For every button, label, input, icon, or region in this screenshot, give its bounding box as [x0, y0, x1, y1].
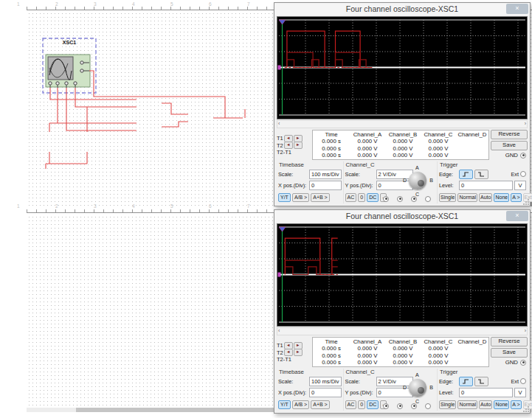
dc-coupling-button[interactable]: DC — [367, 193, 379, 202]
aplusb-mode-button[interactable]: A+B > — [311, 400, 329, 409]
timebase-scale-label: Scale: — [278, 378, 308, 385]
ac-coupling-button[interactable]: AC — [345, 400, 357, 409]
save-button[interactable]: Save — [491, 141, 528, 150]
ruler-number: 7 — [247, 1, 250, 7]
ext-trigger-radio[interactable] — [520, 171, 526, 177]
gnd-radio[interactable] — [520, 360, 526, 366]
column-header: Channel_B — [385, 338, 421, 345]
trigger-group: Trigger Edge: Ext Level: 0 V Single Norm… — [437, 369, 528, 411]
trigger-single-button[interactable]: Single — [439, 193, 456, 202]
zero-coupling-button[interactable]: 0 — [358, 400, 365, 409]
channel-c-indicator[interactable] — [411, 403, 417, 409]
trigger-a-button[interactable]: A > — [511, 400, 521, 409]
timebase-xpos-label: X pos.(Div): — [278, 389, 308, 396]
close-icon[interactable]: × — [506, 4, 528, 14]
trigger-normal-button[interactable]: Normal — [457, 193, 477, 202]
schematic-label: XSC1 — [63, 40, 76, 45]
cursor-marker-icon — [278, 66, 281, 70]
trigger-title: Trigger — [440, 369, 526, 375]
rising-edge-button[interactable] — [459, 170, 473, 179]
gnd-radio[interactable] — [520, 153, 526, 159]
trigger-level-input[interactable]: 0 — [459, 181, 513, 190]
reverse-button[interactable]: Reverse — [491, 130, 528, 139]
t2-right-button[interactable]: ► — [294, 142, 303, 149]
trigger-auto-button[interactable]: Auto — [479, 400, 492, 409]
oscilloscope-window: Four channel oscilloscope-XSC1 × ‹ › T1 … — [274, 2, 531, 206]
rising-edge-icon — [462, 171, 470, 178]
close-icon[interactable]: × — [506, 211, 528, 221]
cursor-delta-label: T2-T1 — [277, 356, 291, 363]
falling-edge-button[interactable] — [474, 377, 488, 386]
rising-edge-button[interactable] — [459, 377, 473, 386]
scroll-left-icon[interactable]: ‹ — [278, 328, 280, 334]
window-title: Four channel oscilloscope-XSC1 — [346, 4, 458, 13]
column-header: Channel_D — [456, 338, 488, 345]
scroll-left-icon[interactable]: ‹ — [278, 121, 280, 127]
scope-terminal — [65, 82, 68, 85]
channel-a-indicator[interactable] — [383, 196, 389, 202]
trigger-auto-button[interactable]: Auto — [479, 193, 492, 202]
readout-cell: 0.000 V — [350, 359, 385, 366]
trigger-a-button[interactable]: A > — [511, 193, 521, 202]
t1-left-button[interactable]: ◄ — [284, 342, 293, 349]
ruler-number: 1 — [17, 1, 20, 7]
trigger-single-button[interactable]: Single — [439, 400, 456, 409]
channel-c-indicator[interactable] — [411, 196, 417, 202]
ab-mode-button[interactable]: A/B > — [292, 400, 309, 409]
channel-b-indicator[interactable] — [397, 196, 403, 202]
channel-select-knob[interactable] — [409, 172, 426, 189]
resize-grip[interactable] — [523, 406, 529, 412]
t2-left-button[interactable]: ◄ — [284, 142, 293, 149]
trigger-normal-button[interactable]: Normal — [457, 400, 477, 409]
schematic-bottom — [27, 209, 274, 418]
timebase-scale-input[interactable]: 100 ms/Div — [309, 170, 342, 179]
readout-cell — [456, 138, 488, 144]
t2-right-button[interactable]: ► — [294, 349, 303, 356]
window-titlebar[interactable]: Four channel oscilloscope-XSC1 × — [274, 3, 530, 15]
aplusb-mode-button[interactable]: A+B > — [311, 193, 329, 202]
yt-mode-button[interactable]: Y/T — [278, 193, 291, 202]
channel-a-indicator[interactable] — [383, 403, 389, 409]
resize-grip[interactable] — [523, 199, 529, 205]
dc-coupling-button[interactable]: DC — [367, 400, 379, 409]
t1-right-button[interactable]: ► — [294, 342, 303, 349]
timebase-xpos-input[interactable]: 0 — [309, 388, 342, 397]
ab-mode-button[interactable]: A/B > — [292, 193, 309, 202]
scope-terminal — [80, 69, 83, 72]
oscilloscope-window: Four channel oscilloscope-XSC1 × ‹ › T1 … — [274, 209, 531, 414]
readout-cell: 0.000 V — [385, 152, 421, 159]
t1-left-button[interactable]: ◄ — [284, 135, 293, 142]
ext-trigger-radio[interactable] — [520, 378, 526, 384]
t2-left-button[interactable]: ◄ — [284, 349, 293, 356]
zero-coupling-button[interactable]: 0 — [358, 193, 365, 202]
yt-mode-button[interactable]: Y/T — [278, 400, 291, 409]
channel-d-indicator[interactable] — [425, 196, 431, 202]
t1-right-button[interactable]: ► — [294, 135, 303, 142]
trigger-level-input[interactable]: 0 — [459, 388, 513, 397]
trigger-none-button[interactable]: None — [494, 400, 509, 409]
channel-select-knob[interactable] — [409, 379, 426, 397]
channel-d-indicator[interactable] — [425, 403, 431, 409]
scroll-right-icon[interactable]: › — [525, 121, 526, 127]
readout-table: Time Channel_A Channel_B Channel_C Chann… — [312, 337, 489, 367]
falling-edge-button[interactable] — [474, 170, 488, 179]
readout-cell: 0.000 s — [313, 152, 350, 159]
window-titlebar[interactable]: Four channel oscilloscope-XSC1 × — [274, 210, 530, 223]
workspace-top-capture: XSC1 Four channel oscilloscope-XSC1 × ‹ … — [0, 0, 532, 209]
trigger-none-button[interactable]: None — [494, 193, 509, 202]
ac-coupling-button[interactable]: AC — [345, 193, 357, 202]
scope-hscrollbar[interactable]: ‹ › — [277, 327, 528, 335]
scope-hscrollbar[interactable]: ‹ › — [277, 120, 528, 128]
channel-b-indicator[interactable] — [397, 403, 403, 409]
window-title: Four channel oscilloscope-XSC1 — [346, 212, 458, 220]
scroll-right-icon[interactable]: › — [525, 328, 526, 334]
trace-channel_a_v1_10hz — [287, 60, 372, 68]
trigger-level-unit: V — [514, 388, 526, 397]
timebase-scale-input[interactable]: 100 ms/Div — [309, 377, 342, 386]
cursor-delta-label: T2-T1 — [277, 149, 291, 156]
timebase-xpos-input[interactable]: 0 — [309, 181, 342, 190]
timebase-xpos-label: X pos.(Div): — [278, 182, 308, 189]
column-header: Channel_A — [350, 338, 385, 345]
reverse-button[interactable]: Reverse — [491, 337, 528, 346]
save-button[interactable]: Save — [491, 348, 528, 358]
